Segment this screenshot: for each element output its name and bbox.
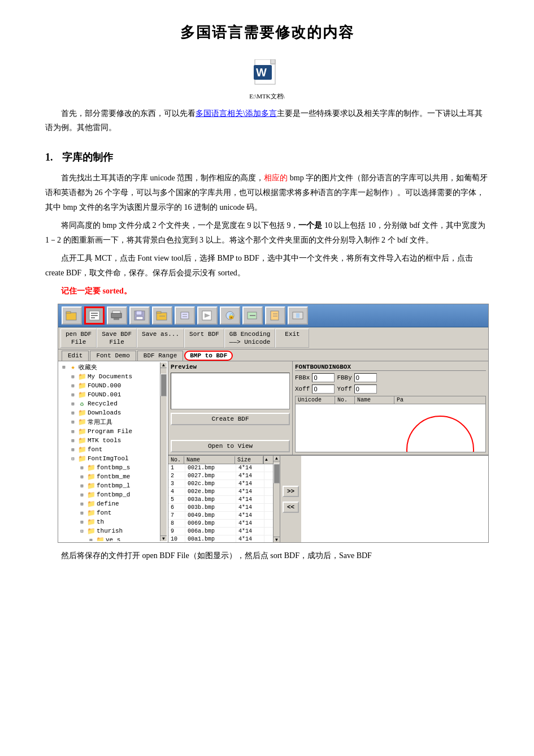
- svg-rect-29: [271, 311, 279, 320]
- list-item[interactable]: 4002e.bmp4*14: [168, 488, 273, 496]
- tree-label: fontbm_me: [97, 473, 130, 480]
- tab-edit[interactable]: Edit: [62, 351, 89, 361]
- toolbar-btn-6[interactable]: [175, 306, 195, 325]
- menu-btn-open[interactable]: pen BDFFile: [60, 329, 97, 348]
- tree-item-th[interactable]: ⊞ 📁 th: [59, 517, 160, 526]
- filelist-header: No. Name Size ▲: [168, 456, 273, 464]
- tree-label: font: [88, 446, 102, 453]
- filetree-scrollbar[interactable]: ▲ ▼: [160, 362, 167, 541]
- col-name-header: Name: [184, 456, 235, 464]
- tree-item-favorites[interactable]: ⊞ ★ 收藏夹: [59, 362, 160, 372]
- section-num: 1.: [45, 152, 53, 163]
- menu-btn-sort-bdf[interactable]: Sort BDF: [184, 329, 224, 348]
- tree-label: MTK tools: [88, 437, 121, 444]
- tree-item-mtktools[interactable]: ⊞ 📁 MTK tools: [59, 436, 160, 445]
- mct-toolbar: 🔒: [58, 304, 488, 327]
- tree-item-fontbmps[interactable]: ⊞ 📁 fontbmp_s: [59, 463, 160, 472]
- tree-item-programfile[interactable]: ⊞ 📁 Program File: [59, 427, 160, 436]
- tree-item-tools[interactable]: ⊞ 📁 常用工具: [59, 417, 160, 427]
- yoff-input[interactable]: [354, 385, 377, 394]
- mct-tabs: Edit Font Demo BDF Range BMP to BDF: [58, 349, 488, 361]
- list-item[interactable]: 5003a.bmp4*14: [168, 496, 273, 504]
- tree-item-fontimgtool[interactable]: ⊟ 📁 FontImgTool: [59, 454, 160, 463]
- fontbox-table-body: [295, 404, 486, 452]
- tree-label: Downloads: [88, 409, 121, 416]
- mct-lower: No. Name Size ▲ 10021.bmp4*14 20027.bmp4…: [168, 455, 488, 542]
- toolbar-btn-open[interactable]: [62, 306, 82, 325]
- fbbx-input[interactable]: [312, 373, 335, 382]
- list-item[interactable]: 80069.bmp4*14: [168, 520, 273, 528]
- tree-item-fontbmme[interactable]: ⊞ 📁 fontbm_me: [59, 472, 160, 481]
- mct-filelist: No. Name Size ▲ 10021.bmp4*14 20027.bmp4…: [168, 456, 273, 542]
- tree-item-thurish[interactable]: ⊟ 📁 thurish: [59, 526, 160, 535]
- tree-label: My Documents: [88, 373, 132, 380]
- list-item[interactable]: 20027.bmp4*14: [168, 472, 273, 480]
- tab-bdf-range[interactable]: BDF Range: [137, 351, 183, 361]
- tree-item-fontbmpd[interactable]: ⊞ 📁 fontbmp_d: [59, 490, 160, 499]
- list-item[interactable]: 6003b.bmp4*14: [168, 504, 273, 512]
- tab-bmp-to-bdf[interactable]: BMP to BDF: [184, 351, 233, 361]
- col-unicode: Unicode: [296, 396, 335, 404]
- toolbar-btn-8[interactable]: 🔒: [220, 306, 240, 325]
- word-icon: W: [254, 59, 281, 89]
- xoff-input[interactable]: [312, 385, 335, 394]
- mct-screenshot: 🔒 pen BDFFile Save BDFFile Save as... So…: [58, 304, 489, 543]
- col-no: No.: [335, 396, 355, 404]
- tree-item-define[interactable]: ⊞ 📁 define: [59, 499, 160, 508]
- tree-item-fontbmpl[interactable]: ⊞ 📁 fontbmp_l: [59, 481, 160, 490]
- tree-item-recycled[interactable]: ⊞ ♻ Recycled: [59, 399, 160, 408]
- tab-font-demo[interactable]: Font Demo: [90, 351, 136, 361]
- mct-menubar: pen BDFFile Save BDFFile Save as... Sort…: [58, 327, 488, 350]
- tree-item-font[interactable]: ⊞ 📁 font: [59, 445, 160, 454]
- tree-item-found001[interactable]: ⊞ 📁 FOUND.001: [59, 390, 160, 399]
- mct-right-panel: Preview Create BDF Open to View FONTBOUN…: [168, 361, 488, 542]
- tree-item-ves[interactable]: ⊞ 📁 ve_s: [59, 535, 160, 541]
- fontbox-table: Unicode No. Name Pa: [295, 396, 486, 452]
- arrow-buttons: >> <<: [280, 455, 301, 542]
- body-para-2: 将同高度的 bmp 文件分成 2 个文件夹，一个是宽度在 9 以下包括 9，一个…: [45, 218, 489, 248]
- toolbar-btn-11[interactable]: [288, 306, 308, 325]
- menu-btn-save-bdf[interactable]: Save BDFFile: [97, 329, 137, 348]
- list-item[interactable]: 10021.bmp4*14: [168, 464, 273, 472]
- tree-item-font2[interactable]: ⊞ 📁 font: [59, 508, 160, 517]
- fontbox-row-2: Xoff Yoff: [295, 385, 486, 394]
- list-item[interactable]: 1000a1.bmp4*14: [168, 535, 273, 542]
- tree-label: fontbmp_d: [97, 491, 130, 498]
- toolbar-btn-5[interactable]: [152, 306, 172, 325]
- menu-btn-exit[interactable]: Exit: [275, 329, 309, 348]
- toolbar-btn-10[interactable]: [265, 306, 285, 325]
- menu-btn-save-as[interactable]: Save as...: [137, 329, 184, 348]
- tree-item-downloads[interactable]: ⊞ 📁 Downloads: [59, 408, 160, 417]
- col-pa: Pa: [394, 396, 411, 404]
- fontbox-label: FONTBOUNDINGBOX: [295, 364, 486, 371]
- tree-item-found000[interactable]: ⊞ 📁 FOUND.000: [59, 381, 160, 390]
- toolbar-btn-save[interactable]: [129, 306, 150, 325]
- col-name: Name: [355, 396, 394, 404]
- tree-label: define: [97, 500, 119, 507]
- open-to-view-btn[interactable]: Open to View: [171, 440, 290, 452]
- xoff-label: Xoff: [295, 386, 310, 392]
- filelist-scrollbar[interactable]: ▲ ▼: [273, 456, 280, 542]
- yoff-label: Yoff: [337, 386, 351, 392]
- body-para-1: 首先找出土耳其语的字库 unicode 范围，制作相应的高度，相应的 bmp 字…: [45, 171, 489, 215]
- tree-label: fontbmp_s: [97, 464, 130, 471]
- intro-link[interactable]: 多国语言相关\添加多言: [196, 109, 277, 118]
- list-item[interactable]: 9006a.bmp4*14: [168, 528, 273, 535]
- tree-item-mydocs[interactable]: ⊞ 📁 My Documents: [59, 372, 160, 381]
- toolbar-btn-7[interactable]: [197, 306, 218, 325]
- word-icon-container: W E:\MTK文档\: [45, 59, 489, 101]
- tree-label: thurish: [97, 528, 123, 534]
- menu-btn-gb-encoding[interactable]: GB Encoding——> Unicode: [224, 329, 276, 348]
- list-item[interactable]: 70049.bmp4*14: [168, 512, 273, 520]
- section-1-heading: 1. 字库的制作: [45, 150, 489, 164]
- toolbar-btn-edit[interactable]: [84, 306, 105, 325]
- sort-icon[interactable]: ▲: [263, 456, 269, 464]
- tree-label: Program File: [88, 428, 132, 435]
- arrow-right-btn[interactable]: >>: [283, 486, 299, 497]
- arrow-left-btn[interactable]: <<: [283, 502, 299, 513]
- fbby-input[interactable]: [354, 373, 377, 382]
- toolbar-btn-3[interactable]: [107, 306, 127, 325]
- toolbar-btn-9[interactable]: [242, 306, 263, 325]
- create-bdf-btn[interactable]: Create BDF: [171, 413, 290, 425]
- list-item[interactable]: 3002c.bmp4*14: [168, 480, 273, 488]
